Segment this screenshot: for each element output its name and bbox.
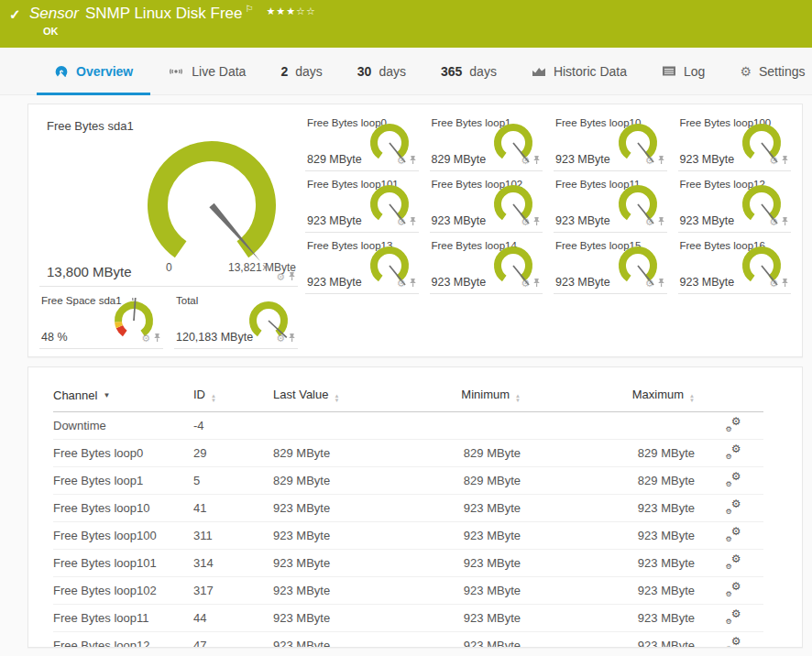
tab-2-days[interactable]: 2days xyxy=(263,48,339,94)
gear-icon[interactable]: ⚙ xyxy=(521,217,530,227)
channel-gauge-cell[interactable]: Free Bytes loop14923 MByte⚙ xyxy=(430,235,543,294)
column-label: Last Value xyxy=(273,388,328,401)
tab-365-days[interactable]: 365days xyxy=(423,48,514,94)
gear-icon[interactable]: ⚙ xyxy=(521,156,530,166)
pin-icon[interactable] xyxy=(409,213,417,230)
cell-max: 829 MByte xyxy=(530,467,704,495)
channel-gauge-cell[interactable]: Free Bytes loop12923 MByte⚙ xyxy=(678,173,792,233)
tab-overview[interactable]: Overview xyxy=(37,48,150,94)
cell-actions: ⚙⚙ xyxy=(704,467,763,495)
gear-icon[interactable]: ⚙ xyxy=(397,279,406,289)
pin-icon[interactable] xyxy=(781,275,789,291)
cell-actions: ⚙⚙ xyxy=(704,632,763,649)
gear-icon[interactable]: ⚙ xyxy=(645,279,654,289)
channel-settings-gears-icon[interactable]: ⚙⚙ xyxy=(727,500,741,513)
gear-icon[interactable]: ⚙ xyxy=(397,156,406,166)
channel-gauge-cell[interactable]: Total120,183 MByte⚙ xyxy=(174,290,298,349)
gauge-value: 923 MByte xyxy=(555,276,610,289)
gauge-value: 48 % xyxy=(41,331,68,344)
cell-actions: ⚙⚙ xyxy=(704,550,763,577)
tab-label: Live Data xyxy=(192,64,246,79)
channel-settings-gears-icon[interactable]: ⚙⚙ xyxy=(727,445,741,458)
pin-icon[interactable] xyxy=(781,213,789,230)
tab-settings[interactable]: ⚙Settings xyxy=(722,48,812,94)
sort-icons: ▲▼ xyxy=(334,394,339,403)
table-row: Free Bytes loop100311923 MByte923 MByte9… xyxy=(53,522,763,550)
cell-channel: Free Bytes loop100 xyxy=(53,522,193,550)
cell-min: 829 MByte xyxy=(392,467,530,495)
cell-actions: ⚙⚙ xyxy=(704,495,763,522)
gear-icon[interactable]: ⚙ xyxy=(769,156,778,166)
tab-30-days[interactable]: 30days xyxy=(340,48,423,94)
column-header-minimum[interactable]: Minimum▲▼ xyxy=(392,382,530,412)
tab-historic-data[interactable]: Historic Data xyxy=(514,48,644,94)
channels-panel: Channel▼ID▲▼Last Value▲▼Minimum▲▼Maximum… xyxy=(27,366,803,648)
priority-flag-icon[interactable]: ⚐ xyxy=(246,4,254,14)
channel-gauge-cell[interactable]: Free Bytes loop1829 MByte⚙ xyxy=(430,112,543,171)
pin-icon[interactable] xyxy=(288,330,296,346)
gear-icon[interactable]: ⚙ xyxy=(276,333,285,344)
cell-channel: Free Bytes loop10 xyxy=(53,495,193,522)
channel-gauge-cell[interactable]: Free Bytes loop10923 MByte⚙ xyxy=(554,112,667,171)
tab-log[interactable]: Log xyxy=(644,48,722,94)
gear-icon[interactable]: ⚙ xyxy=(645,217,654,227)
pin-icon[interactable] xyxy=(409,152,417,169)
pin-icon[interactable] xyxy=(532,213,541,230)
cell-channel: Free Bytes loop11 xyxy=(53,605,193,632)
cell-actions: ⚙ xyxy=(769,152,789,169)
cell-actions: ⚙ xyxy=(645,275,665,291)
pin-icon[interactable] xyxy=(532,152,541,169)
cell-id: 317 xyxy=(193,577,273,605)
channel-gauge-cell[interactable]: Free Bytes loop13923 MByte⚙ xyxy=(305,235,419,294)
channel-gauge-cell[interactable]: Free Bytes loop100923 MByte⚙ xyxy=(678,112,792,171)
cell-min: 829 MByte xyxy=(392,440,530,467)
pin-icon[interactable] xyxy=(409,275,417,291)
channel-settings-gears-icon[interactable]: ⚙⚙ xyxy=(727,555,741,568)
pin-icon[interactable] xyxy=(532,275,541,291)
channel-gauge-cell[interactable]: Free Bytes loop0829 MByte⚙ xyxy=(305,112,419,171)
column-header-maximum[interactable]: Maximum▲▼ xyxy=(530,382,704,412)
status-badge: OK xyxy=(43,26,59,37)
gauge-value: 829 MByte xyxy=(307,153,362,166)
channel-settings-gears-icon[interactable]: ⚙⚙ xyxy=(727,610,741,623)
cell-last: 923 MByte xyxy=(273,605,392,632)
chart-icon xyxy=(532,65,546,77)
pin-icon[interactable] xyxy=(153,330,161,346)
channel-gauge-cell[interactable]: Free Bytes loop11923 MByte⚙ xyxy=(554,173,667,233)
tab-number: 2 xyxy=(280,64,288,79)
cell-id: 44 xyxy=(193,605,273,632)
gear-icon[interactable]: ⚙ xyxy=(645,156,654,166)
pin-icon[interactable] xyxy=(657,152,665,169)
priority-stars[interactable]: ★★★☆☆ xyxy=(266,5,315,16)
tab-live-data[interactable]: Live Data xyxy=(150,48,263,94)
column-header-id[interactable]: ID▲▼ xyxy=(193,382,273,412)
main-gauge-cell[interactable]: Free Bytes sda1 13,800 MByte 0 13,821 MB… xyxy=(39,112,298,287)
channel-gauge-cell[interactable]: Free Bytes loop101923 MByte⚙ xyxy=(305,173,419,233)
channel-settings-gears-icon[interactable]: ⚙⚙ xyxy=(727,583,741,596)
channel-gauge-cell[interactable]: Free Bytes loop15923 MByte⚙ xyxy=(554,235,667,294)
pin-icon[interactable] xyxy=(657,213,665,230)
channel-gauge-cell[interactable]: Free Space sda148 %⚙ xyxy=(39,290,163,349)
cell-max xyxy=(530,412,704,440)
column-header-last-value[interactable]: Last Value▲▼ xyxy=(273,382,392,412)
channel-gauge-cell[interactable]: Free Bytes loop102923 MByte⚙ xyxy=(430,173,543,233)
cell-channel: Free Bytes loop0 xyxy=(53,440,193,467)
gear-icon[interactable]: ⚙ xyxy=(521,279,530,289)
gear-icon[interactable]: ⚙ xyxy=(769,279,778,289)
channel-settings-gears-icon[interactable]: ⚙⚙ xyxy=(727,473,741,486)
channel-settings-gears-icon[interactable]: ⚙⚙ xyxy=(727,418,741,431)
pin-icon[interactable] xyxy=(657,275,665,291)
gauge-value: 923 MByte xyxy=(307,214,362,227)
channel-gauge-cell[interactable]: Free Bytes loop16923 MByte⚙ xyxy=(678,235,792,294)
sort-icons: ▲▼ xyxy=(515,394,521,403)
pin-icon[interactable] xyxy=(781,152,789,169)
cell-actions: ⚙⚙ xyxy=(704,412,763,440)
sensor-title-line: SensorSNMP Linux Disk Free⚐★★★☆☆ xyxy=(29,4,316,23)
column-header-channel[interactable]: Channel▼ xyxy=(53,382,193,412)
channel-settings-gears-icon[interactable]: ⚙⚙ xyxy=(727,528,741,541)
channel-settings-gears-icon[interactable]: ⚙⚙ xyxy=(727,638,741,648)
gear-icon[interactable]: ⚙ xyxy=(769,217,778,227)
cell-min: 923 MByte xyxy=(392,632,530,649)
gear-icon[interactable]: ⚙ xyxy=(141,333,150,344)
gear-icon[interactable]: ⚙ xyxy=(397,217,406,227)
